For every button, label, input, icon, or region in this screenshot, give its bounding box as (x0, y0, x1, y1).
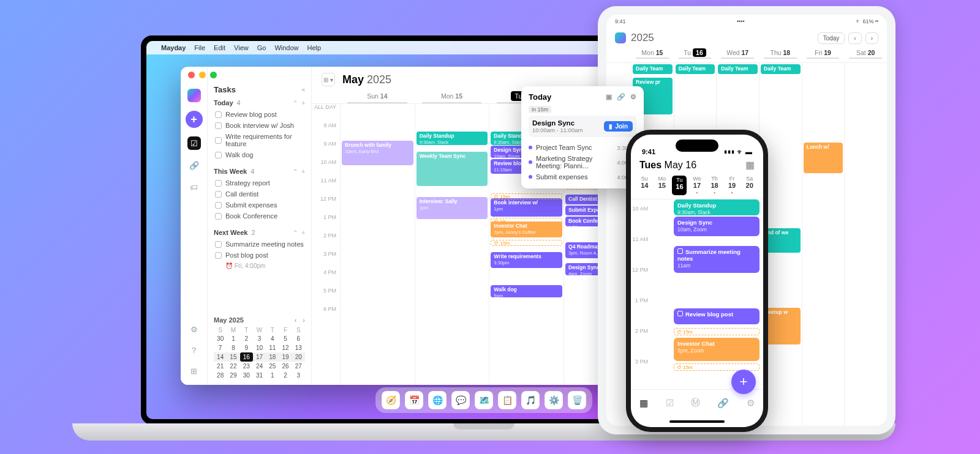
popover-link-icon[interactable]: 🔗 (617, 93, 625, 101)
minical-day[interactable]: 28 (214, 371, 227, 380)
task-item[interactable]: Summarize meeting notes (214, 239, 305, 250)
menu-window[interactable]: Window (274, 44, 298, 51)
minical-day[interactable]: 7 (214, 343, 227, 352)
checkbox[interactable] (215, 111, 222, 118)
ipad-day-header[interactable]: Mon 15 (631, 49, 674, 59)
calendar-icon[interactable]: ▦ (745, 159, 755, 171)
time-gap[interactable]: ⏱ 15m (491, 240, 562, 246)
popover-today-icon[interactable]: ▣ (606, 93, 612, 101)
minical-day[interactable]: 14 (214, 352, 227, 362)
menu-help[interactable]: Help (307, 44, 322, 51)
ipad-next[interactable]: › (865, 32, 878, 44)
app-name[interactable]: Mayday (161, 44, 186, 51)
minical-day[interactable]: 4 (266, 334, 279, 343)
section-header[interactable]: This Week4 ⌃+ (214, 168, 305, 175)
task-item[interactable]: Strategy report (214, 177, 305, 188)
iphone-event[interactable]: Summarize meeting notes11am (674, 246, 760, 273)
minical-day[interactable]: 17 (253, 352, 266, 362)
upcoming-row[interactable]: Marketing Strategy Meeting: Planni…4:00p… (529, 153, 636, 171)
minical-day[interactable]: 16 (240, 352, 253, 362)
add-event-fab[interactable]: + (731, 370, 756, 394)
calendar-event[interactable]: Interview: Sally1pm (417, 197, 488, 219)
iphone-day[interactable]: Mo15 (655, 176, 669, 195)
minical-day[interactable]: 3 (292, 371, 305, 380)
minical-day[interactable]: 30 (240, 371, 253, 380)
task-item[interactable]: Review blog post (214, 109, 305, 120)
minical-day[interactable]: 26 (279, 362, 292, 371)
rail-tasks-icon[interactable]: ☑ (187, 136, 201, 150)
mini-calendar[interactable]: May 2025 ‹ › SMTWTFS30123456789101112131… (214, 316, 305, 380)
allday-event[interactable]: Daily Team (718, 64, 758, 74)
ipad-day-column[interactable] (844, 63, 887, 426)
ipad-day-header[interactable]: Fri 19 (802, 49, 845, 59)
settings-icon[interactable]: ⚙ (187, 322, 201, 336)
checkbox[interactable] (215, 152, 222, 158)
checkbox[interactable] (215, 241, 222, 248)
day-header[interactable]: Sun 14 (340, 90, 415, 103)
section-header[interactable]: Today4 ⌃+ (214, 99, 305, 106)
minical-day[interactable]: 30 (214, 334, 227, 343)
iphone-day[interactable]: We17• (690, 176, 704, 195)
dock-app[interactable]: 🧭 (382, 391, 400, 409)
minical-day[interactable]: 6 (292, 334, 305, 343)
allday-event[interactable]: Daily Team (676, 64, 715, 74)
tab-calendar[interactable]: ▦ (639, 398, 648, 409)
minical-day[interactable]: 27 (292, 362, 305, 371)
minical-day[interactable]: 12 (279, 343, 292, 352)
iphone-day[interactable]: Fr19• (725, 176, 739, 195)
ipad-day-column[interactable]: Lunch w/ (802, 63, 845, 426)
section-header[interactable]: Next Week2 ⌃+ (214, 229, 305, 236)
minical-day[interactable]: 9 (240, 343, 253, 352)
dock-app[interactable]: 📋 (498, 391, 516, 409)
minical-day[interactable]: 22 (227, 362, 239, 371)
time-gap[interactable]: ⏱ 1h (491, 218, 562, 224)
tab-settings[interactable]: ⚙ (747, 398, 755, 409)
task-item[interactable]: Book Conference (214, 210, 305, 221)
minical-day[interactable]: 29 (227, 371, 239, 380)
chevron-up-icon[interactable]: ⌃ (293, 229, 298, 236)
menu-view[interactable]: View (234, 44, 249, 51)
help-icon[interactable]: ? (187, 343, 201, 357)
gift-icon[interactable]: ⊞ (187, 364, 201, 378)
home-indicator[interactable] (631, 416, 763, 427)
menu-go[interactable]: Go (257, 44, 266, 51)
minical-day[interactable]: 13 (292, 343, 305, 352)
minical-day[interactable]: 1 (266, 371, 279, 380)
minical-day[interactable]: 23 (240, 362, 253, 371)
task-item[interactable]: Submit expenses (214, 199, 305, 210)
task-item[interactable]: Call dentist (214, 188, 305, 199)
app-logo[interactable] (187, 89, 201, 102)
menu-file[interactable]: File (194, 44, 205, 51)
fullscreen-button[interactable] (210, 72, 217, 78)
minical-day[interactable]: 3 (253, 334, 266, 343)
dock-app[interactable]: 🗑️ (568, 391, 586, 409)
ipad-day-header[interactable]: Wed 17 (716, 49, 759, 59)
add-task-icon[interactable]: + (301, 100, 305, 106)
iphone-day[interactable]: Sa20 (742, 176, 757, 195)
view-picker[interactable]: ⊞ ▾ (322, 73, 335, 86)
iphone-day[interactable]: Su14 (637, 176, 652, 195)
minical-day[interactable]: 24 (253, 362, 266, 371)
tab-home[interactable]: Ⓜ (691, 397, 700, 409)
iphone-day[interactable]: Th18• (707, 176, 722, 195)
calendar-event[interactable]: Book interview w/1pm (491, 198, 562, 217)
iphone-event[interactable]: Investor Chat2pm, Zoom (674, 338, 760, 361)
ipad-day-header[interactable]: Sat 20 (844, 49, 887, 59)
minical-day[interactable]: 10 (253, 343, 266, 352)
allday-event[interactable]: Daily Team (633, 64, 673, 74)
rail-tag-icon[interactable]: 🏷 (187, 180, 201, 194)
popover-settings-icon[interactable]: ⚙ (630, 93, 636, 101)
minical-day[interactable]: 11 (266, 343, 279, 352)
calendar-event[interactable]: Weekly Team Sync (417, 152, 488, 186)
minical-day[interactable]: 2 (240, 334, 253, 343)
minical-day[interactable]: 25 (266, 362, 279, 371)
minical-prev[interactable]: ‹ (295, 316, 297, 324)
checkbox[interactable] (215, 180, 222, 187)
task-item[interactable]: Post blog post (214, 250, 305, 261)
checkbox[interactable] (215, 137, 222, 144)
upcoming-row[interactable]: Submit expenses4:00pm (529, 171, 636, 182)
today-button[interactable]: Today (818, 32, 845, 44)
day-header[interactable]: Mon 15 (415, 90, 489, 103)
collapse-sidebar-icon[interactable]: « (301, 86, 305, 93)
day-column[interactable]: Daily Standup9:30am, SlackWeekly Team Sy… (415, 104, 489, 385)
